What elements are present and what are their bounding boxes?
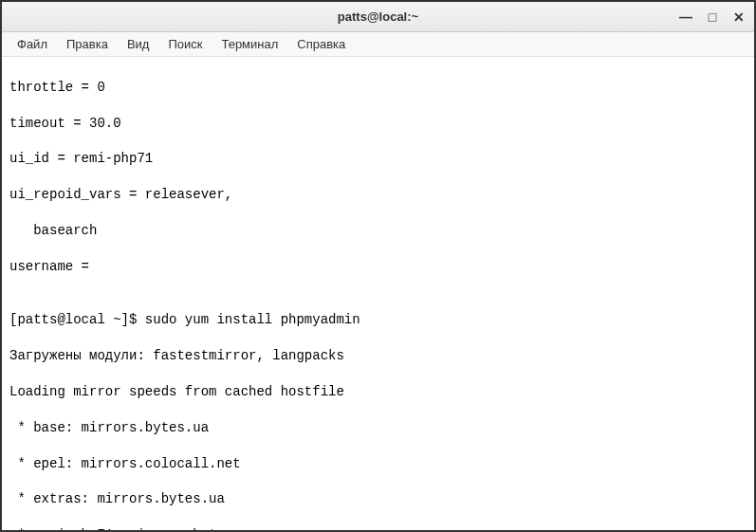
- menu-file[interactable]: Файл: [9, 35, 55, 53]
- terminal-line: ui_id = remi-php71: [9, 150, 747, 168]
- terminal-line: username =: [9, 258, 747, 276]
- menu-view[interactable]: Вид: [120, 35, 157, 53]
- close-button[interactable]: ✕: [731, 9, 747, 25]
- terminal-line: Loading mirror speeds from cached hostfi…: [9, 383, 747, 401]
- terminal-content[interactable]: throttle = 0 timeout = 30.0 ui_id = remi…: [2, 57, 754, 530]
- menubar: Файл Правка Вид Поиск Терминал Справка: [2, 32, 754, 57]
- titlebar: patts@local:~ — □ ✕: [2, 2, 754, 32]
- terminal-line: throttle = 0: [9, 79, 747, 97]
- terminal-line: * extras: mirrors.bytes.ua: [9, 490, 747, 508]
- terminal-line: Загружены модули: fastestmirror, langpac…: [9, 347, 747, 365]
- terminal-line: ui_repoid_vars = releasever,: [9, 186, 747, 204]
- terminal-line: * remi-php71: mirrors.bytes.ua: [9, 526, 747, 530]
- menu-edit[interactable]: Правка: [59, 35, 116, 53]
- maximize-button[interactable]: □: [705, 9, 720, 25]
- terminal-line: basearch: [9, 222, 747, 240]
- terminal-line: timeout = 30.0: [9, 115, 747, 133]
- menu-terminal[interactable]: Терминал: [213, 35, 286, 53]
- terminal-line: * epel: mirrors.colocall.net: [9, 455, 747, 473]
- menu-help[interactable]: Справка: [289, 35, 353, 53]
- terminal-line: * base: mirrors.bytes.ua: [9, 419, 747, 437]
- window-title: patts@local:~: [338, 9, 418, 24]
- menu-search[interactable]: Поиск: [160, 35, 210, 53]
- minimize-button[interactable]: —: [678, 9, 693, 25]
- titlebar-controls: — □ ✕: [678, 9, 747, 25]
- terminal-line: [patts@local ~]$ sudo yum install phpmya…: [9, 311, 747, 329]
- terminal-window: patts@local:~ — □ ✕ Файл Правка Вид Поис…: [0, 0, 756, 532]
